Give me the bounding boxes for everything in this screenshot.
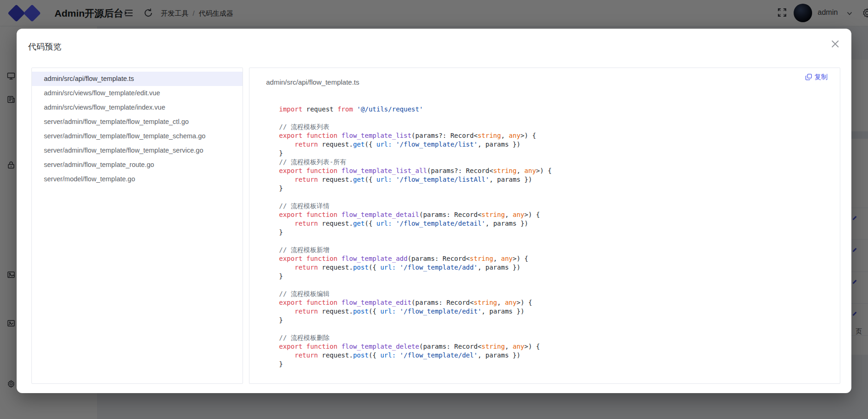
code-line: export function flow_template_list(param… (279, 131, 552, 140)
code-line: } (279, 360, 552, 369)
file-list-item[interactable]: server/model/flow_template.go (32, 172, 243, 186)
code-line: } (279, 316, 552, 325)
code-line: // 流程模板编辑 (279, 290, 552, 298)
code-line: export function flow_template_add(params… (279, 254, 552, 263)
file-list: admin/src/api/flow_template.tsadmin/src/… (31, 68, 243, 384)
copy-button[interactable]: 复制 (805, 73, 828, 81)
code-line: import request from '@/utils/request' (279, 105, 552, 114)
code-line (279, 237, 552, 246)
code-line: return request.get({ url: '/flow_templat… (279, 140, 552, 149)
copy-label: 复制 (814, 73, 828, 81)
code-block: import request from '@/utils/request' //… (279, 105, 552, 369)
code-line: } (279, 184, 552, 193)
close-icon[interactable] (830, 39, 840, 49)
dialog-title: 代码预览 (28, 41, 61, 52)
code-line: return request.post({ url: '/flow_templa… (279, 263, 552, 272)
code-line: export function flow_template_edit(param… (279, 298, 552, 307)
file-list-item[interactable]: server/admin/flow_template_route.go (32, 158, 243, 172)
code-line (279, 193, 552, 202)
code-line: // 流程模板列表-所有 (279, 158, 552, 166)
copy-icon (805, 74, 812, 80)
code-line: return request.post({ url: '/flow_templa… (279, 307, 552, 316)
code-line: // 流程模板新增 (279, 246, 552, 254)
code-line (279, 325, 552, 333)
code-file-title: admin/src/api/flow_template.ts (266, 78, 359, 86)
code-preview-dialog: 代码预览 admin/src/api/flow_template.tsadmin… (17, 29, 851, 393)
code-panel: 复制 admin/src/api/flow_template.ts import… (249, 68, 840, 384)
file-list-item[interactable]: admin/src/views/flow_template/index.vue (32, 100, 243, 115)
code-line: export function flow_template_detail(par… (279, 210, 552, 219)
code-line: export function flow_template_list_all(p… (279, 166, 552, 175)
code-line: return request.get({ url: '/flow_templat… (279, 219, 552, 228)
file-list-item[interactable]: admin/src/views/flow_template/edit.vue (32, 86, 243, 100)
code-line: return request.post({ url: '/flow_templa… (279, 351, 552, 360)
file-list-item[interactable]: server/admin/flow_template/flow_template… (32, 115, 243, 129)
code-line: // 流程模板列表 (279, 123, 552, 131)
file-list-item[interactable]: server/admin/flow_template/flow_template… (32, 143, 243, 158)
code-line: return request.get({ url: '/flow_templat… (279, 175, 552, 184)
code-line: } (279, 272, 552, 281)
file-list-item[interactable]: admin/src/api/flow_template.ts (32, 72, 243, 86)
code-line: // 流程模板删除 (279, 333, 552, 342)
code-line (279, 114, 552, 123)
code-line: } (279, 149, 552, 158)
file-list-item[interactable]: server/admin/flow_template/flow_template… (32, 129, 243, 143)
screen: Admin开源后台 开发工具/代码生成器 (0, 0, 868, 419)
code-line: } (279, 228, 552, 237)
code-line: export function flow_template_delete(par… (279, 342, 552, 351)
code-line (279, 281, 552, 290)
code-line: // 流程模板详情 (279, 202, 552, 210)
